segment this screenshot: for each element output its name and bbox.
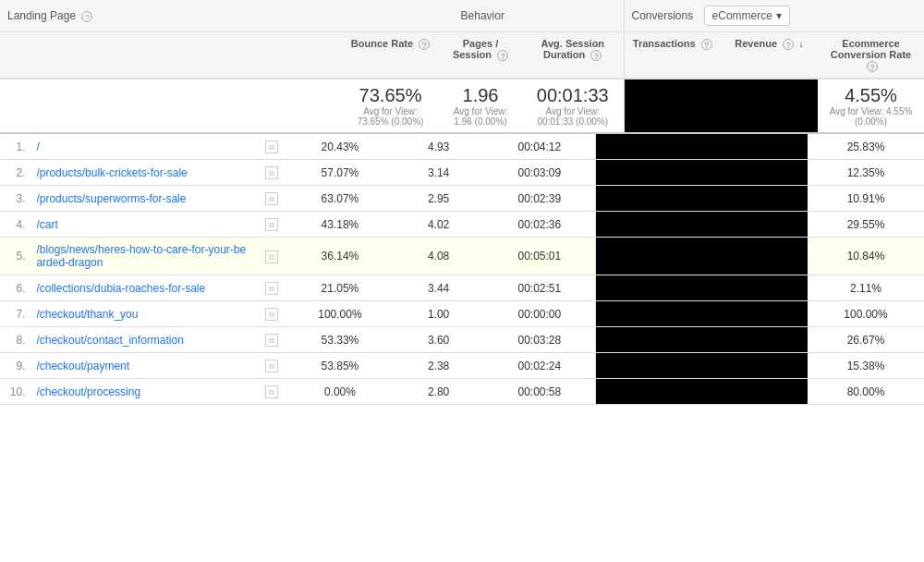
avg-bounce-rate: 73.65% Avg for View: 73.65% (0.00%) bbox=[342, 79, 439, 133]
row-landing-page[interactable]: /cart bbox=[29, 212, 256, 238]
ecommerce-dropdown[interactable]: eCommerce ▾ bbox=[704, 6, 790, 26]
row-page-icon[interactable]: ⧉ bbox=[257, 134, 287, 160]
table-row: 7. /checkout/thank_you ⧉ 100.00% 1.00 00… bbox=[0, 301, 924, 327]
landing-page-link[interactable]: /checkout/processing bbox=[36, 385, 140, 398]
landing-page-link[interactable]: /collections/dubia-roaches-for-sale bbox=[36, 282, 205, 295]
landing-page-help-icon[interactable]: ? bbox=[81, 11, 92, 22]
bounce-rate-help-icon[interactable]: ? bbox=[419, 39, 430, 50]
row-ecommerce: 15.38% bbox=[808, 353, 924, 379]
row-page-icon[interactable]: ⧉ bbox=[257, 327, 287, 353]
analytics-table: Landing Page ? Behavior Conversions eCom… bbox=[0, 0, 924, 134]
row-pages: 2.95 bbox=[393, 186, 484, 212]
table-row: 9. /checkout/payment ⧉ 53.85% 2.38 00:02… bbox=[0, 353, 924, 379]
row-bounce: 20.43% bbox=[286, 134, 393, 160]
row-session: 00:02:39 bbox=[484, 186, 595, 212]
row-landing-page[interactable]: /checkout/contact_information bbox=[29, 327, 256, 353]
row-landing-page[interactable]: /collections/dubia-roaches-for-sale bbox=[29, 275, 256, 301]
row-page-icon[interactable]: ⧉ bbox=[257, 212, 287, 238]
row-page-icon[interactable]: ⧉ bbox=[257, 186, 287, 212]
col-ecommerce-rate[interactable]: Ecommerce Conversion Rate ? bbox=[818, 32, 924, 79]
col-pages-session[interactable]: Pages / Session ? bbox=[439, 32, 522, 79]
row-page-icon[interactable]: ⧉ bbox=[257, 238, 287, 275]
page-icon[interactable]: ⧉ bbox=[265, 250, 278, 263]
page-icon[interactable]: ⧉ bbox=[265, 166, 278, 179]
row-pages: 4.93 bbox=[393, 134, 484, 160]
row-pages: 2.80 bbox=[393, 379, 484, 405]
data-rows-container: 1. / ⧉ 20.43% 4.93 00:04:12 25.83% 2. /p… bbox=[0, 134, 924, 405]
row-page-icon[interactable]: ⧉ bbox=[257, 275, 287, 301]
row-rank: 2. bbox=[0, 160, 29, 186]
col-icon-spacer bbox=[322, 32, 342, 79]
row-pages: 3.14 bbox=[393, 160, 484, 186]
landing-page-link[interactable]: /blogs/news/heres-how-to-care-for-your-b… bbox=[36, 243, 246, 269]
row-transactions bbox=[595, 134, 701, 160]
avg-transactions-black bbox=[624, 79, 721, 133]
col-header-row: Bounce Rate ? Pages / Session ? Avg. Ses… bbox=[0, 32, 924, 79]
avg-ecommerce: 4.55% Avg for View: 4.55% (0.00%) bbox=[818, 79, 924, 133]
row-pages: 3.60 bbox=[393, 327, 484, 353]
row-page-icon[interactable]: ⧉ bbox=[257, 353, 287, 379]
row-landing-page[interactable]: /products/bulk-crickets-for-sale bbox=[29, 160, 256, 186]
landing-page-label: Landing Page bbox=[7, 9, 76, 22]
landing-page-link[interactable]: /products/superworms-for-sale bbox=[36, 192, 186, 205]
row-ecommerce: 100.00% bbox=[808, 301, 924, 327]
revenue-sort-icon[interactable]: ↓ bbox=[798, 38, 804, 49]
row-landing-page[interactable]: /checkout/processing bbox=[29, 379, 256, 405]
row-page-icon[interactable]: ⧉ bbox=[257, 301, 287, 327]
row-session: 00:03:09 bbox=[484, 160, 595, 186]
row-revenue bbox=[701, 212, 808, 238]
row-bounce: 63.07% bbox=[286, 186, 393, 212]
ecommerce-rate-help-icon[interactable]: ? bbox=[867, 61, 878, 72]
page-icon[interactable]: ⧉ bbox=[265, 308, 278, 321]
page-icon[interactable]: ⧉ bbox=[265, 385, 278, 398]
row-landing-page[interactable]: /products/superworms-for-sale bbox=[29, 186, 256, 212]
row-bounce: 21.05% bbox=[286, 275, 393, 301]
row-page-icon[interactable]: ⧉ bbox=[257, 160, 287, 186]
landing-page-link[interactable]: /cart bbox=[36, 218, 57, 231]
row-landing-page[interactable]: / bbox=[29, 134, 256, 160]
row-rank: 5. bbox=[0, 238, 29, 275]
col-bounce-rate[interactable]: Bounce Rate ? bbox=[342, 32, 439, 79]
landing-page-link[interactable]: /checkout/payment bbox=[36, 360, 129, 373]
row-session: 00:04:12 bbox=[484, 134, 595, 160]
row-revenue bbox=[701, 186, 808, 212]
row-page-icon[interactable]: ⧉ bbox=[257, 379, 287, 405]
landing-page-link[interactable]: /products/bulk-crickets-for-sale bbox=[36, 166, 187, 179]
landing-page-link[interactable]: / bbox=[36, 140, 39, 153]
page-icon[interactable]: ⧉ bbox=[265, 334, 278, 347]
row-landing-page[interactable]: /checkout/thank_you bbox=[29, 301, 256, 327]
row-session: 00:05:01 bbox=[484, 238, 595, 275]
row-rank: 10. bbox=[0, 379, 29, 405]
row-session: 00:02:36 bbox=[484, 212, 595, 238]
col-transactions[interactable]: Transactions ? bbox=[624, 32, 721, 79]
row-landing-page[interactable]: /blogs/news/heres-how-to-care-for-your-b… bbox=[29, 238, 256, 275]
col-avg-session[interactable]: Avg. Session Duration ? bbox=[522, 32, 624, 79]
avg-session-help-icon[interactable]: ? bbox=[590, 50, 602, 61]
row-revenue bbox=[701, 275, 808, 301]
page-icon[interactable]: ⧉ bbox=[265, 192, 278, 205]
row-session: 00:00:58 bbox=[484, 379, 595, 405]
landing-page-link[interactable]: /checkout/contact_information bbox=[36, 334, 183, 347]
page-icon[interactable]: ⧉ bbox=[265, 282, 278, 295]
pages-session-help-icon[interactable]: ? bbox=[497, 50, 508, 61]
row-ecommerce: 80.00% bbox=[808, 379, 924, 405]
row-transactions bbox=[595, 353, 701, 379]
row-rank: 4. bbox=[0, 212, 29, 238]
row-bounce: 0.00% bbox=[286, 379, 393, 405]
row-transactions bbox=[595, 238, 701, 275]
row-landing-page[interactable]: /checkout/payment bbox=[29, 353, 256, 379]
row-rank: 8. bbox=[0, 327, 29, 353]
table-row: 8. /checkout/contact_information ⧉ 53.33… bbox=[0, 327, 924, 353]
row-rank: 1. bbox=[0, 134, 29, 160]
page-icon[interactable]: ⧉ bbox=[265, 360, 278, 373]
revenue-help-icon[interactable]: ? bbox=[783, 39, 794, 50]
landing-page-link[interactable]: /checkout/thank_you bbox=[36, 308, 138, 321]
dropdown-arrow-icon: ▾ bbox=[776, 9, 782, 22]
page-icon[interactable]: ⧉ bbox=[265, 218, 278, 231]
page-icon[interactable]: ⧉ bbox=[265, 140, 278, 153]
table-row: 2. /products/bulk-crickets-for-sale ⧉ 57… bbox=[0, 160, 924, 186]
transactions-help-icon[interactable]: ? bbox=[701, 39, 712, 50]
behavior-group-header: Behavior bbox=[342, 0, 624, 32]
table-row: 5. /blogs/news/heres-how-to-care-for-you… bbox=[0, 238, 924, 275]
col-revenue[interactable]: Revenue ? ↓ bbox=[721, 32, 818, 79]
